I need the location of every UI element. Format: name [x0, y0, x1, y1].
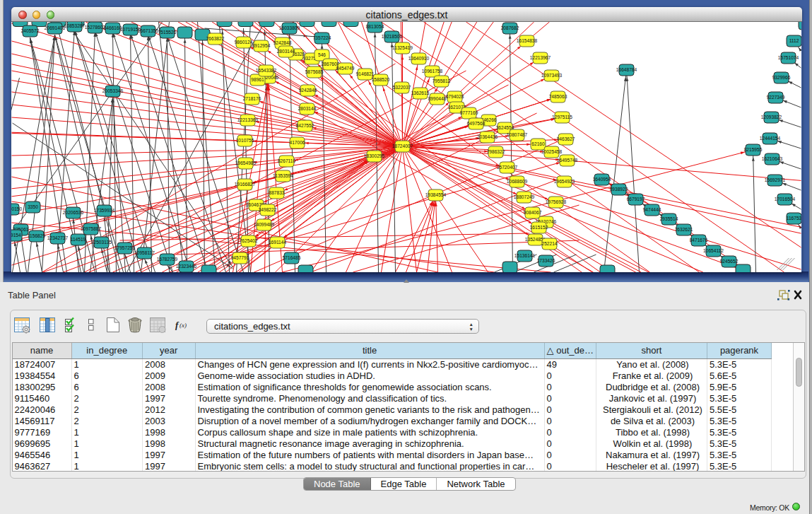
svg-text:2718176: 2718176: [243, 96, 261, 101]
svg-text:20053346: 20053346: [102, 88, 124, 93]
svg-text:7485063: 7485063: [549, 94, 567, 99]
svg-text:9474444: 9474444: [643, 207, 661, 212]
svg-text:9242848: 9242848: [273, 40, 292, 45]
svg-text:1362615: 1362615: [411, 90, 430, 95]
svg-text:19166827: 19166827: [235, 182, 256, 187]
svg-text:18724007: 18724007: [392, 144, 413, 148]
svg-text:16648784: 16648784: [616, 67, 637, 72]
svg-text:7955812: 7955812: [433, 78, 451, 83]
svg-text:10973493: 10973493: [541, 73, 563, 78]
svg-text:10958117: 10958117: [134, 250, 155, 255]
svg-text:19218506: 19218506: [382, 34, 403, 39]
svg-text:9463627: 9463627: [557, 136, 575, 141]
svg-text:15692971: 15692971: [765, 177, 786, 182]
svg-text:10688609: 10688609: [507, 179, 528, 184]
svg-text:10807487: 10807487: [507, 132, 528, 137]
svg-text:1156829: 1156829: [28, 233, 46, 238]
svg-text:5716485: 5716485: [283, 255, 301, 260]
svg-text:14099489: 14099489: [254, 222, 275, 227]
svg-text:546: 546: [318, 52, 326, 57]
svg-text:19756928: 19756928: [546, 199, 567, 204]
svg-text:3498222: 3498222: [259, 207, 277, 212]
svg-text:9146821: 9146821: [356, 71, 375, 76]
svg-text:1733426: 1733426: [537, 258, 555, 263]
svg-text:1112: 1112: [789, 38, 799, 43]
svg-text:252214: 252214: [541, 241, 557, 246]
svg-text:7625402: 7625402: [240, 238, 258, 243]
svg-text:9245652: 9245652: [720, 259, 739, 264]
svg-text:17016504: 17016504: [775, 197, 796, 201]
svg-text:8471676: 8471676: [690, 238, 708, 243]
svg-text:12975115: 12975115: [552, 115, 572, 119]
svg-text:10654112: 10654112: [703, 248, 724, 253]
svg-text:9329966: 9329966: [772, 75, 791, 80]
svg-text:8427552: 8427552: [296, 123, 314, 128]
svg-text:12503135: 12503135: [91, 240, 112, 245]
svg-text:6497568: 6497568: [467, 121, 486, 126]
svg-text:12093822: 12093822: [761, 115, 782, 119]
svg-text:8912954: 8912954: [252, 43, 271, 48]
svg-text:116753: 116753: [787, 216, 801, 221]
svg-text:20364436: 20364436: [477, 134, 498, 139]
svg-text:7515526: 7515526: [158, 30, 177, 35]
svg-text:417006: 417006: [289, 140, 305, 145]
svg-text:12342737: 12342737: [47, 235, 69, 240]
svg-text:6679197: 6679197: [627, 197, 645, 201]
svg-text:9084067: 9084067: [524, 210, 542, 215]
svg-text:8938923: 8938923: [610, 187, 628, 192]
svg-text:2803144: 2803144: [277, 49, 295, 54]
svg-text:8267110: 8267110: [278, 158, 296, 163]
svg-text:1010755: 1010755: [236, 138, 254, 143]
svg-text:7663822: 7663822: [206, 36, 225, 41]
svg-text:11353594: 11353594: [273, 173, 293, 178]
svg-text:9860124: 9860124: [235, 40, 253, 45]
svg-text:15278602: 15278602: [85, 25, 106, 30]
svg-text:20691406: 20691406: [45, 25, 66, 30]
svg-text:8813054: 8813054: [366, 24, 384, 29]
svg-text:2803144: 2803144: [298, 106, 317, 111]
svg-text:19654985: 19654985: [235, 160, 257, 165]
svg-text:1615152: 1615152: [530, 225, 548, 230]
svg-text:12213369: 12213369: [237, 117, 259, 122]
svg-text:19384554: 19384554: [425, 192, 447, 197]
svg-text:2405572: 2405572: [21, 28, 40, 33]
svg-text:1640954: 1640954: [593, 177, 611, 182]
svg-text:18300295: 18300295: [364, 153, 385, 158]
svg-text:39154: 39154: [11, 233, 21, 238]
svg-text:11325419: 11325419: [392, 45, 413, 50]
svg-text:16154838: 16154838: [517, 38, 538, 43]
svg-text:6794028: 6794028: [446, 94, 464, 99]
svg-text:12444154: 12444154: [760, 136, 781, 141]
svg-text:5875685: 5875685: [305, 69, 324, 74]
svg-text:16782759: 16782759: [157, 257, 178, 262]
svg-text:15136141: 15136141: [514, 253, 536, 258]
svg-text:15751074: 15751074: [778, 55, 799, 60]
svg-text:2087682: 2087682: [501, 25, 519, 30]
svg-text:16671355: 16671355: [138, 28, 159, 33]
svg-text:1691144: 1691144: [269, 240, 287, 245]
svg-text:16033809: 16033809: [279, 25, 300, 30]
svg-text:18807249: 18807249: [514, 194, 535, 199]
svg-text:8990448: 8990448: [428, 96, 447, 101]
svg-text:3350: 3350: [28, 204, 38, 209]
svg-text:9242848: 9242848: [299, 88, 317, 93]
svg-text:16543382: 16543382: [256, 68, 277, 73]
svg-text:10975887: 10975887: [81, 226, 102, 231]
svg-text:114519: 114519: [71, 237, 86, 242]
svg-text:13640910: 13640910: [408, 56, 430, 61]
svg-text:98961: 98961: [251, 77, 264, 82]
svg-text:12213967: 12213967: [530, 55, 551, 60]
svg-text:15720407: 15720407: [497, 165, 518, 170]
svg-text:9777169: 9777169: [460, 110, 478, 115]
svg-text:16210643: 16210643: [762, 156, 783, 161]
svg-text:7357224: 7357224: [313, 35, 331, 40]
svg-text:16495748: 16495748: [557, 158, 578, 163]
svg-text:5322037: 5322037: [393, 85, 411, 90]
svg-text:19654923: 19654923: [554, 179, 575, 184]
svg-text:26160150: 26160150: [11, 206, 22, 211]
svg-text:9457791: 9457791: [231, 255, 249, 260]
svg-text:9227349: 9227349: [767, 95, 785, 100]
svg-text:10961758: 10961758: [422, 69, 443, 74]
svg-text:12323446: 12323446: [176, 264, 197, 269]
svg-text:62160: 62160: [531, 141, 545, 146]
